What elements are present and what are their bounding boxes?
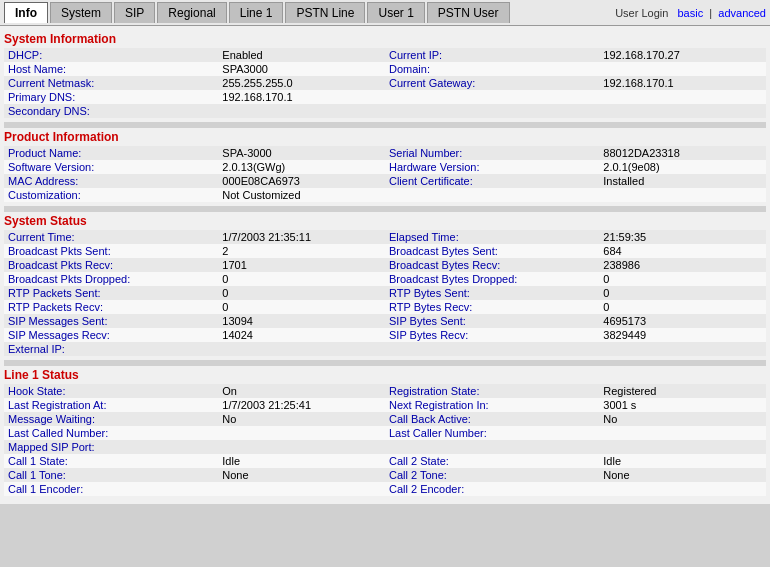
label: Current Time: [4, 230, 218, 244]
value: None [218, 468, 385, 482]
value: Not Customized [218, 188, 385, 202]
value [599, 90, 766, 104]
label: Mapped SIP Port: [4, 440, 218, 454]
product-information-table: Product Name: SPA-3000 Serial Number: 88… [4, 146, 766, 202]
value: 0 [599, 286, 766, 300]
label: Elapsed Time: [385, 230, 599, 244]
label: Broadcast Bytes Sent: [385, 244, 599, 258]
value: On [218, 384, 385, 398]
table-row: Last Registration At: 1/7/2003 21:25:41 … [4, 398, 766, 412]
value: 14024 [218, 328, 385, 342]
header: Info System SIP Regional Line 1 PSTN Lin… [0, 0, 770, 26]
value: 0 [218, 286, 385, 300]
label: Hook State: [4, 384, 218, 398]
label: Call 2 Tone: [385, 468, 599, 482]
value: 192.168.170.1 [599, 76, 766, 90]
label: SIP Messages Sent: [4, 314, 218, 328]
label: Client Certificate: [385, 174, 599, 188]
tab-regional[interactable]: Regional [157, 2, 226, 23]
value: 13094 [218, 314, 385, 328]
tab-line1[interactable]: Line 1 [229, 2, 284, 23]
table-row: Broadcast Pkts Recv: 1701 Broadcast Byte… [4, 258, 766, 272]
tab-sip[interactable]: SIP [114, 2, 155, 23]
value [218, 482, 385, 496]
tab-user1[interactable]: User 1 [367, 2, 424, 23]
value [218, 440, 385, 454]
value [599, 188, 766, 202]
label [385, 342, 599, 356]
system-status-title: System Status [4, 212, 766, 230]
label: Current Netmask: [4, 76, 218, 90]
label: Last Registration At: [4, 398, 218, 412]
value [599, 426, 766, 440]
value: 1701 [218, 258, 385, 272]
label: Current Gateway: [385, 76, 599, 90]
tab-bar: Info System SIP Regional Line 1 PSTN Lin… [4, 2, 510, 23]
label: Current IP: [385, 48, 599, 62]
label: DHCP: [4, 48, 218, 62]
system-status-table: Current Time: 1/7/2003 21:35:11 Elapsed … [4, 230, 766, 356]
label: Broadcast Bytes Dropped: [385, 272, 599, 286]
label: RTP Packets Sent: [4, 286, 218, 300]
value: Idle [218, 454, 385, 468]
label [385, 440, 599, 454]
table-row: MAC Address: 000E08CA6973 Client Certifi… [4, 174, 766, 188]
table-row: Message Waiting: No Call Back Active: No [4, 412, 766, 426]
value: 192.168.170.1 [218, 90, 385, 104]
table-row: Call 1 Tone: None Call 2 Tone: None [4, 468, 766, 482]
label: Broadcast Bytes Recv: [385, 258, 599, 272]
label: RTP Bytes Recv: [385, 300, 599, 314]
value: SPA-3000 [218, 146, 385, 160]
value: SPA3000 [218, 62, 385, 76]
label: Call 1 Encoder: [4, 482, 218, 496]
content-area: System Information DHCP: Enabled Current… [0, 26, 770, 504]
value [599, 342, 766, 356]
label: Call 1 Tone: [4, 468, 218, 482]
value: No [218, 412, 385, 426]
label: Call 1 State: [4, 454, 218, 468]
table-row: RTP Packets Recv: 0 RTP Bytes Recv: 0 [4, 300, 766, 314]
label: SIP Bytes Recv: [385, 328, 599, 342]
label: RTP Bytes Sent: [385, 286, 599, 300]
tab-system[interactable]: System [50, 2, 112, 23]
label: SIP Messages Recv: [4, 328, 218, 342]
tab-info[interactable]: Info [4, 2, 48, 23]
table-row: RTP Packets Sent: 0 RTP Bytes Sent: 0 [4, 286, 766, 300]
table-row: Broadcast Pkts Dropped: 0 Broadcast Byte… [4, 272, 766, 286]
value: 21:59:35 [599, 230, 766, 244]
value: 2 [218, 244, 385, 258]
table-row: Secondary DNS: [4, 104, 766, 118]
label: Call Back Active: [385, 412, 599, 426]
tab-pstn-user[interactable]: PSTN User [427, 2, 510, 23]
value: Installed [599, 174, 766, 188]
value: 88012DA23318 [599, 146, 766, 160]
label [385, 104, 599, 118]
basic-link[interactable]: basic [678, 7, 704, 19]
table-row: Call 1 Encoder: Call 2 Encoder: [4, 482, 766, 496]
label: Primary DNS: [4, 90, 218, 104]
value: None [599, 468, 766, 482]
value: 2.0.13(GWg) [218, 160, 385, 174]
table-row: DHCP: Enabled Current IP: 192.168.170.27 [4, 48, 766, 62]
label: RTP Packets Recv: [4, 300, 218, 314]
label [385, 90, 599, 104]
tab-pstn-line[interactable]: PSTN Line [285, 2, 365, 23]
value [218, 426, 385, 440]
value: 3829449 [599, 328, 766, 342]
label: MAC Address: [4, 174, 218, 188]
table-row: Primary DNS: 192.168.170.1 [4, 90, 766, 104]
value: 1/7/2003 21:25:41 [218, 398, 385, 412]
label: SIP Bytes Sent: [385, 314, 599, 328]
value: 0 [218, 272, 385, 286]
label: Registration State: [385, 384, 599, 398]
table-row: External IP: [4, 342, 766, 356]
user-area: User Login basic | advanced [615, 7, 766, 19]
table-row: Current Time: 1/7/2003 21:35:11 Elapsed … [4, 230, 766, 244]
label: External IP: [4, 342, 218, 356]
label: Broadcast Pkts Dropped: [4, 272, 218, 286]
advanced-link[interactable]: advanced [718, 7, 766, 19]
label: Broadcast Pkts Sent: [4, 244, 218, 258]
line1-status-title: Line 1 Status [4, 366, 766, 384]
value: 000E08CA6973 [218, 174, 385, 188]
label [385, 188, 599, 202]
